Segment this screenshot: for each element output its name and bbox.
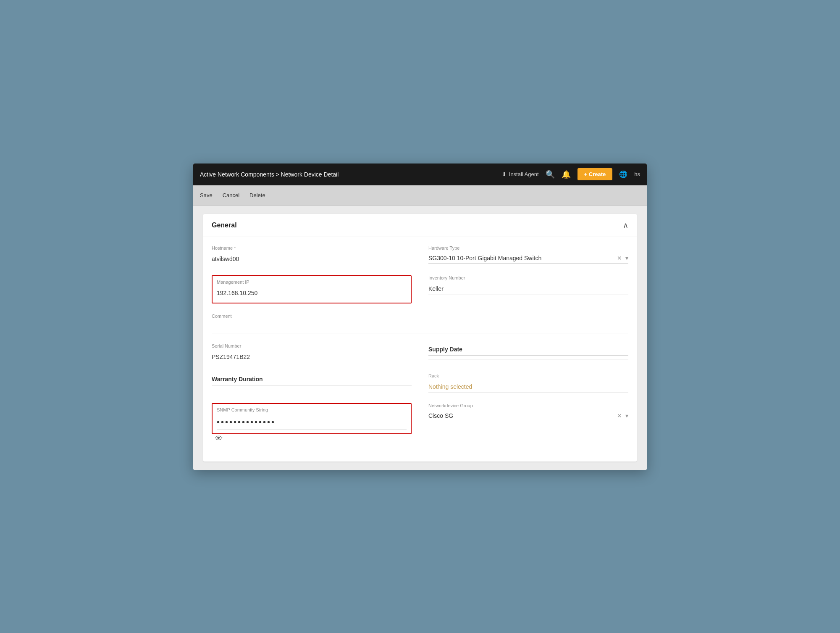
- warranty-duration-field: Warranty Duration: [212, 373, 412, 393]
- section-body: Hostname * Hardware Type SG300-10 10-Por…: [203, 237, 637, 462]
- supply-date-field: Supply Date: [428, 343, 628, 363]
- clear-icon-ng[interactable]: ✕: [617, 412, 622, 419]
- collapse-toggle[interactable]: ∧: [623, 221, 628, 230]
- management-ip-value[interactable]: 192.168.10.250: [217, 287, 407, 299]
- snmp-label: SNMP Community String: [217, 407, 407, 412]
- form-row-1: Hostname * Hardware Type SG300-10 10-Por…: [212, 245, 628, 265]
- form-row-5: Warranty Duration Rack Nothing selected: [212, 373, 628, 393]
- partial-text: hs: [634, 171, 640, 177]
- inventory-number-field: Inventory Number: [428, 275, 628, 303]
- delete-button[interactable]: Delete: [249, 190, 265, 200]
- rack-nothing-selected[interactable]: Nothing selected: [428, 381, 628, 393]
- navbar-actions: ⬇ Install Agent 🔍 🔔 + Create 🌐 hs: [502, 168, 640, 180]
- snmp-community-field: SNMP Community String •••••••••••••• 👁: [212, 403, 412, 443]
- globe-icon[interactable]: 🌐: [619, 170, 627, 178]
- form-row-3: Comment: [212, 314, 628, 333]
- install-agent-button[interactable]: ⬇ Install Agent: [502, 171, 539, 177]
- inventory-number-label: Inventory Number: [428, 275, 628, 280]
- bell-icon[interactable]: 🔔: [562, 170, 571, 179]
- section-title: General: [212, 222, 237, 229]
- clear-icon[interactable]: ✕: [617, 255, 622, 261]
- download-icon: ⬇: [502, 171, 507, 177]
- main-window: Active Network Components > Network Devi…: [193, 164, 647, 470]
- eye-icon[interactable]: 👁: [215, 434, 223, 443]
- rack-label: Rack: [428, 373, 628, 378]
- save-button[interactable]: Save: [200, 190, 213, 200]
- hardware-type-field: Hardware Type SG300-10 10-Port Gigabit M…: [428, 245, 628, 265]
- serial-number-label: Serial Number: [212, 343, 412, 348]
- snmp-highlight-box: SNMP Community String ••••••••••••••: [212, 403, 412, 434]
- search-icon[interactable]: 🔍: [546, 170, 555, 179]
- rack-field: Rack Nothing selected: [428, 373, 628, 393]
- management-ip-field: Management IP 192.168.10.250: [212, 275, 412, 303]
- main-content: General ∧ Hostname * Hardware Type SG300…: [193, 206, 647, 470]
- form-row-4: Serial Number Supply Date: [212, 343, 628, 363]
- chevron-down-icon[interactable]: ▾: [625, 255, 628, 261]
- hardware-type-label: Hardware Type: [428, 245, 628, 251]
- serial-number-field: Serial Number: [212, 343, 412, 363]
- warranty-duration-label: Warranty Duration: [212, 373, 412, 385]
- form-row-6: SNMP Community String •••••••••••••• 👁 N…: [212, 403, 628, 443]
- cancel-button[interactable]: Cancel: [223, 190, 239, 200]
- management-ip-highlight-box: Management IP 192.168.10.250: [212, 275, 412, 303]
- breadcrumb: Active Network Components > Network Devi…: [200, 171, 497, 178]
- create-button[interactable]: + Create: [578, 168, 613, 180]
- chevron-down-icon-ng[interactable]: ▾: [625, 412, 628, 419]
- comment-label: Comment: [212, 314, 628, 319]
- form-row-2: Management IP 192.168.10.250 Inventory N…: [212, 275, 628, 303]
- snmp-password-wrapper: ••••••••••••••: [217, 415, 407, 430]
- hardware-type-select[interactable]: SG300-10 10-Port Gigabit Managed Switch …: [428, 253, 628, 264]
- serial-number-input[interactable]: [212, 351, 412, 363]
- supply-date-label: Supply Date: [428, 343, 628, 356]
- toolbar: Save Cancel Delete: [193, 185, 647, 206]
- hostname-input[interactable]: [212, 253, 412, 265]
- comment-field: Comment: [212, 314, 628, 333]
- networkdevice-group-field: Networkdevice Group Cisco SG ✕ ▾: [428, 403, 628, 443]
- general-section: General ∧ Hostname * Hardware Type SG300…: [203, 214, 637, 462]
- networkdevice-group-select[interactable]: Cisco SG ✕ ▾: [428, 411, 628, 421]
- section-header: General ∧: [203, 214, 637, 237]
- hardware-type-value: SG300-10 10-Port Gigabit Managed Switch: [428, 255, 617, 261]
- hostname-field: Hostname *: [212, 245, 412, 265]
- management-ip-label: Management IP: [217, 280, 407, 285]
- navbar: Active Network Components > Network Devi…: [193, 164, 647, 185]
- inventory-number-input[interactable]: [428, 283, 628, 295]
- select-actions: ✕ ▾: [617, 255, 628, 261]
- hostname-label: Hostname *: [212, 245, 412, 251]
- networkdevice-group-value: Cisco SG: [428, 412, 617, 419]
- comment-input[interactable]: [212, 321, 628, 333]
- networkdevice-group-label: Networkdevice Group: [428, 403, 628, 408]
- snmp-password-dots: ••••••••••••••: [217, 415, 407, 430]
- networkdevice-select-actions: ✕ ▾: [617, 412, 628, 419]
